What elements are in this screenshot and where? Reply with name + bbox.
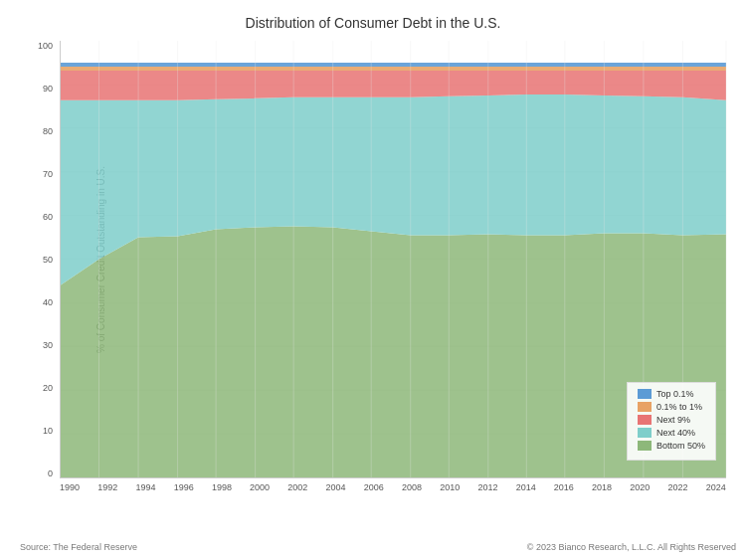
- y-tick-20: 20: [25, 383, 53, 393]
- legend-item-01to1: 0.1% to 1%: [638, 402, 705, 412]
- footer-source: Source: The Federal Reserve: [20, 542, 137, 552]
- chart-container: Distribution of Consumer Debt in the U.S…: [0, 0, 746, 560]
- x-label-2002: 2002: [287, 482, 307, 492]
- legend-color-next9: [638, 415, 652, 425]
- x-label-1990: 1990: [60, 482, 80, 492]
- legend-color-next40: [638, 428, 652, 438]
- x-label-2014: 2014: [516, 482, 536, 492]
- x-label-1992: 1992: [97, 482, 117, 492]
- legend-item-next9: Next 9%: [638, 415, 705, 425]
- chart-title: Distribution of Consumer Debt in the U.S…: [20, 15, 726, 31]
- y-tick-80: 80: [25, 126, 53, 136]
- x-label-2016: 2016: [554, 482, 574, 492]
- x-label-2006: 2006: [364, 482, 384, 492]
- legend: Top 0.1% 0.1% to 1% Next 9% Next 40% Bot…: [627, 382, 716, 461]
- legend-label-top01: Top 0.1%: [656, 389, 694, 399]
- next-9-area: [61, 71, 726, 100]
- x-label-2022: 2022: [668, 482, 688, 492]
- y-tick-100: 100: [25, 41, 53, 51]
- legend-color-bottom50: [638, 441, 652, 451]
- x-axis-labels: 1990 1992 1994 1996 1998 2000 2002 2004 …: [60, 478, 726, 492]
- x-label-2012: 2012: [477, 482, 497, 492]
- footer-copyright: © 2023 Bianco Research, L.L.C. All Right…: [527, 542, 736, 552]
- y-axis-ticks: 1009080706050403020100: [25, 41, 53, 478]
- x-label-1996: 1996: [174, 482, 194, 492]
- legend-item-top01: Top 0.1%: [638, 389, 705, 399]
- y-tick-60: 60: [25, 212, 53, 222]
- x-label-2004: 2004: [326, 482, 346, 492]
- legend-label-bottom50: Bottom 50%: [656, 441, 705, 451]
- legend-color-top01: [638, 389, 652, 399]
- y-tick-70: 70: [25, 169, 53, 179]
- x-label-2020: 2020: [630, 482, 650, 492]
- x-label-2008: 2008: [402, 482, 422, 492]
- x-label-1998: 1998: [212, 482, 232, 492]
- legend-label-01to1: 0.1% to 1%: [656, 402, 702, 412]
- legend-item-next40: Next 40%: [638, 428, 705, 438]
- legend-item-bottom50: Bottom 50%: [638, 441, 705, 451]
- y-tick-30: 30: [25, 340, 53, 350]
- y-tick-40: 40: [25, 297, 53, 307]
- x-label-2018: 2018: [592, 482, 612, 492]
- x-label-2024: 2024: [706, 482, 726, 492]
- legend-label-next9: Next 9%: [656, 415, 690, 425]
- legend-color-01to1: [638, 402, 652, 412]
- y-tick-10: 10: [25, 426, 53, 436]
- x-label-2010: 2010: [440, 482, 460, 492]
- y-tick-50: 50: [25, 255, 53, 265]
- y-tick-90: 90: [25, 84, 53, 93]
- y-tick-0: 0: [25, 468, 53, 478]
- legend-label-next40: Next 40%: [656, 428, 695, 438]
- x-label-1994: 1994: [135, 482, 155, 492]
- top-01-area: [61, 63, 726, 67]
- point1-to-1-area: [61, 67, 726, 71]
- x-label-2000: 2000: [250, 482, 270, 492]
